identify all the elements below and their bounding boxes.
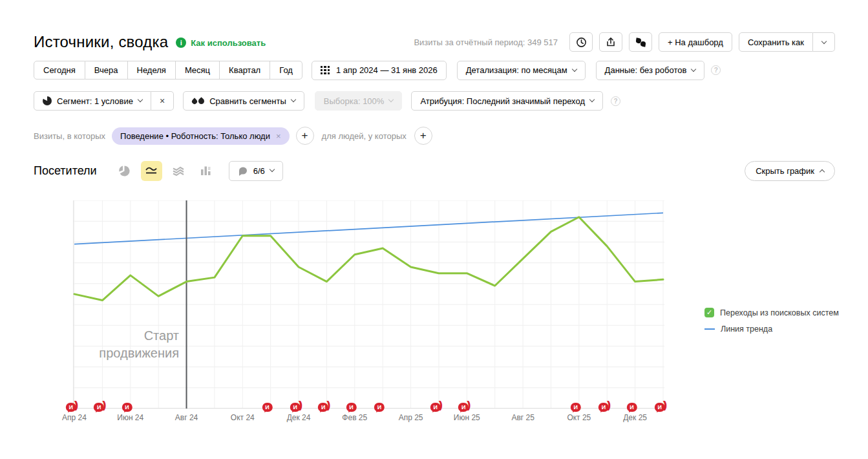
history-button[interactable] <box>569 32 593 52</box>
period-toolbar: СегодняВчераНеделяМесяцКварталГод 1 апр … <box>34 61 721 80</box>
news-annotation-marker[interactable]: И)) <box>290 403 304 416</box>
period-preset-4[interactable]: Квартал <box>220 61 270 80</box>
legend-item-trend[interactable]: Линия тренда <box>704 325 839 334</box>
news-annotation-marker[interactable]: И)) <box>655 403 669 416</box>
news-annotation-marker[interactable]: И <box>122 403 136 416</box>
legend-trend-line-icon <box>704 328 715 330</box>
period-preset-1[interactable]: Вчера <box>85 61 128 80</box>
news-annotation-marker[interactable]: И)) <box>458 403 472 416</box>
annotation-bubble-icon: И <box>571 403 581 412</box>
chevron-down-icon <box>821 39 826 44</box>
save-as-menu-button[interactable] <box>813 32 835 52</box>
help-icon[interactable]: ? <box>611 96 620 106</box>
news-annotation-marker[interactable]: И)) <box>598 403 613 416</box>
hide-chart-label: Скрыть график <box>756 166 814 176</box>
filter-pill-label: Поведение • Роботность: Только люди <box>120 131 270 141</box>
help-icon[interactable]: ? <box>711 65 721 75</box>
segment-dropdown[interactable]: Сегмент: 1 условие <box>34 91 151 111</box>
segment-clear-button[interactable]: × <box>151 91 174 111</box>
chart-type-pie-button[interactable] <box>114 161 135 181</box>
annotations-count: 6/6 <box>253 166 265 176</box>
segment-split-button: Сегмент: 1 условие × <box>34 91 174 111</box>
clock-icon <box>576 37 587 48</box>
annotation-bubble-icon: И <box>374 403 385 412</box>
chevron-down-icon <box>691 66 696 71</box>
visits-total-label: Визиты за отчётный период: 349 517 <box>414 37 558 47</box>
plus-icon: + <box>302 129 308 142</box>
annotation-bubble-icon: И <box>122 403 132 412</box>
annotation-bubble-icon: И <box>430 403 441 412</box>
info-icon: i <box>176 37 186 48</box>
data-mode-label: Данные: без роботов <box>605 65 687 75</box>
chevron-down-icon <box>270 167 275 172</box>
annotation-bubble-icon: И <box>318 403 328 412</box>
chart-title: Посетители <box>34 164 97 178</box>
export-button[interactable] <box>599 32 622 52</box>
sampling-dropdown[interactable]: Выборка: 100% <box>315 91 403 111</box>
detail-dropdown[interactable]: Детализация: по месяцам <box>457 61 586 80</box>
add-people-condition-button[interactable]: + <box>414 127 432 145</box>
news-annotation-marker[interactable]: И)) <box>430 403 445 416</box>
annotation-bubble-icon: И <box>346 403 357 412</box>
add-to-dashboard-button[interactable]: + На дашборд <box>659 32 732 52</box>
annotation-markers-row: И))И))ИИИ))И))ИИИ))И))ИИ))ИИ)) <box>73 403 664 418</box>
period-preset-group: СегодняВчераНеделяМесяцКварталГод <box>34 61 302 80</box>
annotations-toggle-button[interactable] <box>629 32 652 52</box>
annotation-bubble-icon: И <box>66 403 76 412</box>
annotation-bubble-icon: И <box>598 403 609 412</box>
filter-row: Визиты, в которых Поведение • Роботность… <box>34 127 440 145</box>
compare-label: Сравнить сегменты <box>209 96 286 106</box>
period-preset-5[interactable]: Год <box>270 61 302 80</box>
chevron-down-icon <box>571 66 577 71</box>
annotations-count-dropdown[interactable]: 6/6 <box>229 161 283 181</box>
how-to-use-link[interactable]: Как использовать <box>191 38 266 48</box>
compare-segments-dropdown[interactable]: Сравнить сегменты <box>183 91 304 111</box>
page-title: Источники, сводка <box>34 33 168 51</box>
trend-line <box>74 213 663 244</box>
robotness-filter-pill[interactable]: Поведение • Роботность: Только люди × <box>112 127 289 145</box>
news-annotation-marker[interactable]: И)) <box>318 403 332 416</box>
add-visit-condition-button[interactable]: + <box>296 127 314 145</box>
remove-filter-icon[interactable]: × <box>276 131 281 141</box>
period-preset-2[interactable]: Неделя <box>128 61 176 80</box>
plus-icon: + <box>420 129 427 142</box>
stacked-area-icon <box>173 165 184 176</box>
chart-type-columns-button[interactable] <box>195 161 217 181</box>
news-annotation-marker[interactable]: И <box>571 403 585 416</box>
legend-item-search-traffic[interactable]: ✓Переходы из поисковых систем <box>704 308 839 317</box>
legend-checkbox-icon: ✓ <box>704 308 714 317</box>
annotation-bubble-icon: И <box>94 403 104 412</box>
search-traffic-series-line[interactable] <box>74 217 663 301</box>
annotation-bubble-icon: И <box>626 403 637 412</box>
date-range-label: 1 апр 2024 — 31 янв 2026 <box>336 65 438 75</box>
chart-canvas[interactable] <box>73 200 664 409</box>
line-chart-icon <box>145 165 158 176</box>
chevron-down-icon <box>138 97 143 102</box>
visitors-chart[interactable]: Старт продвижения <box>73 200 664 409</box>
chart-type-line-button[interactable] <box>141 161 162 181</box>
news-annotation-marker[interactable]: И <box>374 403 388 416</box>
visits-filter-label: Визиты, в которых <box>34 131 105 141</box>
pie-segment-icon <box>43 96 52 105</box>
chart-legend: ✓Переходы из поисковых системЛиния тренд… <box>704 308 839 341</box>
promo-start-annotation: Старт продвижения <box>73 327 179 362</box>
hide-chart-button[interactable]: Скрыть график <box>745 161 835 181</box>
news-annotation-marker[interactable]: И <box>626 403 640 416</box>
save-as-button[interactable]: Сохранить как <box>739 32 813 52</box>
legend-label: Переходы из поисковых систем <box>720 308 839 317</box>
news-annotation-marker[interactable]: И <box>262 403 276 416</box>
news-annotation-marker[interactable]: И <box>346 403 361 416</box>
period-preset-0[interactable]: Сегодня <box>34 61 85 80</box>
data-mode-dropdown[interactable]: Данные: без роботов <box>596 61 705 80</box>
date-range-button[interactable]: 1 апр 2024 — 31 янв 2026 <box>312 61 447 80</box>
chart-type-area-button[interactable] <box>168 161 189 181</box>
pie-chart-icon <box>119 165 130 176</box>
column-chart-icon <box>200 165 211 176</box>
period-preset-3[interactable]: Месяц <box>176 61 220 80</box>
news-annotation-marker[interactable]: И)) <box>66 403 80 416</box>
news-annotation-marker[interactable]: И)) <box>94 403 108 416</box>
chevron-down-icon <box>388 97 394 102</box>
attribution-dropdown[interactable]: Атрибуция: Последний значимый переход <box>411 91 603 111</box>
annotation-bubble-icon: И <box>290 403 301 412</box>
chevron-down-icon <box>291 97 296 102</box>
